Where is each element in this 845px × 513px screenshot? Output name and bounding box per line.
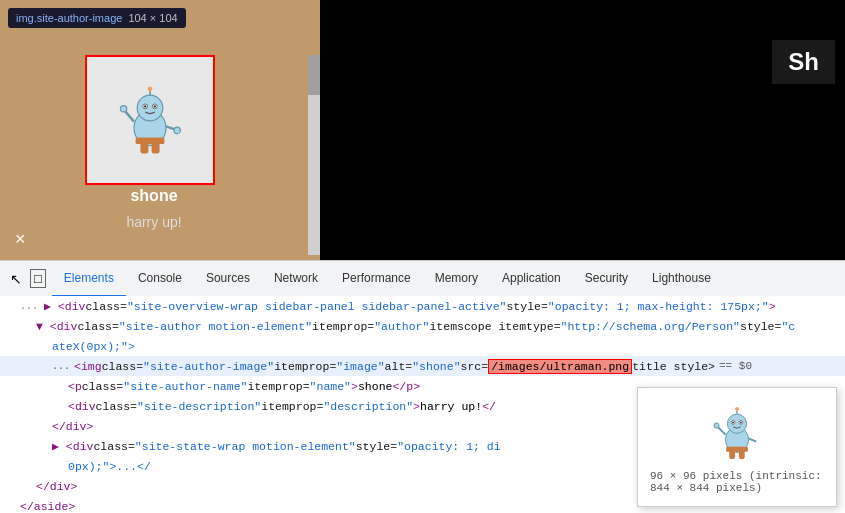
svg-point-11 — [174, 127, 180, 133]
svg-point-5 — [154, 105, 156, 107]
code-line: ▼ <div class="site-author motion-element… — [0, 316, 845, 336]
svg-rect-13 — [152, 142, 160, 153]
tab-performance[interactable]: Performance — [330, 261, 423, 297]
author-name: shone — [0, 187, 308, 205]
devtools-code-panel: ... ▶ <div class="site-overview-wrap sid… — [0, 296, 845, 513]
svg-point-19 — [732, 421, 734, 423]
preview-panel: img.site-author-image 104 × 104 — [0, 0, 320, 260]
close-button[interactable]: × — [15, 229, 26, 250]
devtools-icons: ↖ □ — [4, 269, 52, 288]
author-image-preview — [110, 80, 190, 160]
svg-line-8 — [124, 110, 134, 121]
tab-network[interactable]: Network — [262, 261, 330, 297]
tooltip-dimensions: 104 × 104 — [128, 12, 177, 24]
svg-rect-12 — [140, 142, 148, 153]
preview-scrollbar[interactable] — [308, 55, 320, 255]
tooltip-robot-icon — [705, 400, 769, 464]
tab-elements[interactable]: Elements — [52, 261, 126, 297]
svg-point-22 — [735, 407, 739, 411]
right-preview-area: Sh — [320, 0, 845, 260]
code-line: ateX(0px);"> — [0, 336, 845, 356]
element-tooltip: img.site-author-image 104 × 104 — [8, 8, 186, 28]
svg-point-4 — [144, 105, 146, 107]
image-dimensions-text: 96 × 96 pixels (intrinsic: 844 × 844 pix… — [650, 470, 824, 494]
tab-security[interactable]: Security — [573, 261, 640, 297]
equals-sign: == $0 — [719, 360, 752, 372]
image-size-tooltip: 96 × 96 pixels (intrinsic: 844 × 844 pix… — [637, 387, 837, 507]
tab-lighthouse[interactable]: Lighthouse — [640, 261, 723, 297]
svg-line-23 — [718, 427, 726, 435]
svg-point-9 — [120, 106, 126, 112]
devtools-tabs-bar: ↖ □ Elements Console Sources Network Per… — [0, 260, 845, 296]
svg-point-24 — [714, 423, 719, 428]
svg-point-1 — [137, 95, 163, 121]
svg-point-16 — [727, 414, 746, 433]
code-line-img: ... <img class="site-author-image" itemp… — [0, 356, 845, 376]
code-line: ... ▶ <div class="site-overview-wrap sid… — [0, 296, 845, 316]
tab-sources[interactable]: Sources — [194, 261, 262, 297]
tab-console[interactable]: Console — [126, 261, 194, 297]
svg-rect-14 — [136, 138, 165, 144]
cursor-icon[interactable]: ↖ — [10, 271, 22, 287]
sh-label: Sh — [772, 40, 835, 84]
svg-line-25 — [749, 438, 757, 441]
svg-rect-28 — [726, 447, 748, 452]
scrollbar-thumb[interactable] — [308, 55, 320, 95]
image-preview-box — [85, 55, 215, 185]
highlighted-src: /images/ultraman.png — [488, 359, 632, 374]
svg-point-20 — [740, 421, 742, 423]
tooltip-element-name: img.site-author-image — [16, 12, 122, 24]
inspect-box-icon[interactable]: □ — [30, 269, 46, 288]
tab-application[interactable]: Application — [490, 261, 573, 297]
tab-memory[interactable]: Memory — [423, 261, 490, 297]
svg-point-7 — [148, 86, 153, 91]
author-description: harry up! — [0, 214, 308, 230]
